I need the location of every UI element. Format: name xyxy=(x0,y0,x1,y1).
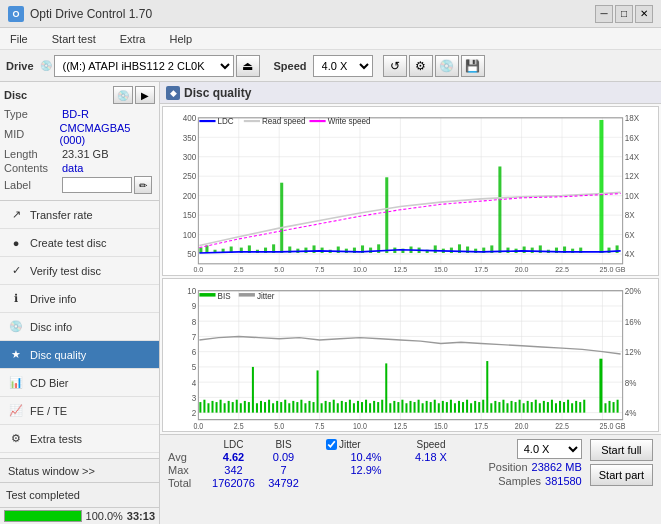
nav-list: ↗ Transfer rate ● Create test disc ✓ Ver… xyxy=(0,201,159,453)
svg-text:8: 8 xyxy=(192,316,197,327)
chart-header: ◆ Disc quality xyxy=(160,82,661,104)
svg-rect-187 xyxy=(450,399,452,412)
nav-verify-test-disc[interactable]: ✓ Verify test disc xyxy=(0,257,159,285)
disc-icon-btn2[interactable]: ▶ xyxy=(135,86,155,104)
minimize-button[interactable]: ─ xyxy=(595,5,613,23)
elapsed-time: 33:13 xyxy=(127,510,155,522)
start-part-button[interactable]: Start part xyxy=(590,464,653,486)
speed-select[interactable]: 4.0 X xyxy=(313,55,373,77)
refresh-button[interactable]: ↺ xyxy=(383,55,407,77)
svg-text:10.0: 10.0 xyxy=(353,421,367,431)
nav-drive-info[interactable]: ℹ Drive info xyxy=(0,285,159,313)
svg-rect-217 xyxy=(571,403,573,412)
svg-rect-199 xyxy=(498,402,500,413)
svg-text:10X: 10X xyxy=(625,191,640,201)
svg-rect-190 xyxy=(462,402,464,413)
drive-select[interactable]: ((M:) ATAPI iHBS112 2 CL0K xyxy=(54,55,234,77)
svg-text:Write speed: Write speed xyxy=(328,116,371,126)
menu-help[interactable]: Help xyxy=(163,31,198,47)
disc-icon-btn1[interactable]: 💿 xyxy=(113,86,133,104)
titlebar-controls[interactable]: ─ □ ✕ xyxy=(595,5,653,23)
disc-header: Disc 💿 ▶ xyxy=(4,86,155,104)
svg-rect-147 xyxy=(288,403,290,412)
nav-fe-te[interactable]: 📈 FE / TE xyxy=(0,397,159,425)
max-bis: 7 xyxy=(261,464,306,476)
svg-rect-193 xyxy=(474,401,476,413)
svg-text:14X: 14X xyxy=(625,152,640,162)
svg-text:6: 6 xyxy=(192,346,197,357)
label-edit-button[interactable]: ✏ xyxy=(134,176,152,194)
svg-text:BIS: BIS xyxy=(218,290,231,301)
svg-rect-198 xyxy=(494,401,496,413)
start-full-button[interactable]: Start full xyxy=(590,439,653,461)
svg-text:17.5: 17.5 xyxy=(474,421,488,431)
svg-rect-197 xyxy=(490,403,492,412)
label-input[interactable] xyxy=(62,177,132,193)
max-label: Max xyxy=(168,464,206,476)
svg-rect-142 xyxy=(268,399,270,412)
disc-contents-row: Contents data xyxy=(4,162,155,174)
svg-rect-211 xyxy=(547,402,549,413)
svg-text:22.5: 22.5 xyxy=(555,265,569,274)
svg-text:12X: 12X xyxy=(625,171,640,181)
disc-button[interactable]: 💿 xyxy=(435,55,459,77)
maximize-button[interactable]: □ xyxy=(615,5,633,23)
disc-section-title: Disc xyxy=(4,89,27,101)
nav-cd-bier[interactable]: 📊 CD Bier xyxy=(0,369,159,397)
svg-rect-154 xyxy=(317,370,319,412)
nav-extra-tests[interactable]: ⚙ Extra tests xyxy=(0,425,159,453)
svg-rect-128 xyxy=(211,401,213,413)
disc-length-row: Length 23.31 GB xyxy=(4,148,155,160)
svg-rect-125 xyxy=(199,402,201,413)
disc-info-icon: 💿 xyxy=(8,319,24,335)
svg-rect-49 xyxy=(434,245,437,253)
disc-label-row: Label ✏ xyxy=(4,176,155,194)
save-button[interactable]: 💾 xyxy=(461,55,485,77)
eject-button[interactable]: ⏏ xyxy=(236,55,260,77)
nav-disc-info[interactable]: 💿 Disc info xyxy=(0,313,159,341)
fe-te-icon: 📈 xyxy=(8,403,24,419)
nav-create-test-disc[interactable]: ● Create test disc xyxy=(0,229,159,257)
svg-text:7.5: 7.5 xyxy=(315,265,325,274)
settings-button[interactable]: ⚙ xyxy=(409,55,433,77)
close-button[interactable]: ✕ xyxy=(635,5,653,23)
svg-rect-102 xyxy=(309,120,325,122)
svg-rect-149 xyxy=(296,402,298,413)
nav-transfer-rate[interactable]: ↗ Transfer rate xyxy=(0,201,159,229)
disc-section: Disc 💿 ▶ Type BD-R MID CMCMAGBA5 (000) L… xyxy=(0,82,159,201)
titlebar: O Opti Drive Control 1.70 ─ □ ✕ xyxy=(0,0,661,28)
svg-rect-210 xyxy=(543,401,545,413)
app-icon: O xyxy=(8,6,24,22)
svg-rect-209 xyxy=(539,403,541,412)
nav-transfer-rate-label: Transfer rate xyxy=(30,209,93,221)
svg-text:4%: 4% xyxy=(625,407,637,418)
svg-rect-60 xyxy=(523,247,526,253)
action-buttons: Start full Start part xyxy=(590,439,653,486)
type-label: Type xyxy=(4,108,62,120)
svg-text:15.0: 15.0 xyxy=(434,421,448,431)
status-window-button[interactable]: Status window >> xyxy=(0,459,159,483)
nav-fe-te-label: FE / TE xyxy=(30,405,67,417)
menu-extra[interactable]: Extra xyxy=(114,31,152,47)
svg-rect-194 xyxy=(478,402,480,413)
svg-text:8%: 8% xyxy=(625,377,637,388)
svg-text:16%: 16% xyxy=(625,316,641,327)
svg-text:100: 100 xyxy=(183,230,197,240)
stats-footer: LDC BIS Jitter Speed Avg 4.62 0.09 xyxy=(160,434,661,524)
svg-rect-175 xyxy=(401,399,403,412)
svg-rect-205 xyxy=(523,403,525,412)
nav-disc-quality[interactable]: ★ Disc quality xyxy=(0,341,159,369)
speed-select-stats[interactable]: 4.0 X xyxy=(517,439,582,459)
menu-file[interactable]: File xyxy=(4,31,34,47)
svg-rect-156 xyxy=(325,401,327,413)
jitter-checkbox[interactable] xyxy=(326,439,337,450)
svg-rect-186 xyxy=(446,402,448,413)
toolbar-icons: ↺ ⚙ 💿 💾 xyxy=(383,55,485,77)
svg-rect-159 xyxy=(337,403,339,412)
disc-type-row: Type BD-R xyxy=(4,108,155,120)
svg-text:12.5: 12.5 xyxy=(394,265,408,274)
menu-start-test[interactable]: Start test xyxy=(46,31,102,47)
chart-title-icon: ◆ xyxy=(166,86,180,100)
svg-rect-158 xyxy=(333,399,335,412)
max-ldc: 342 xyxy=(206,464,261,476)
